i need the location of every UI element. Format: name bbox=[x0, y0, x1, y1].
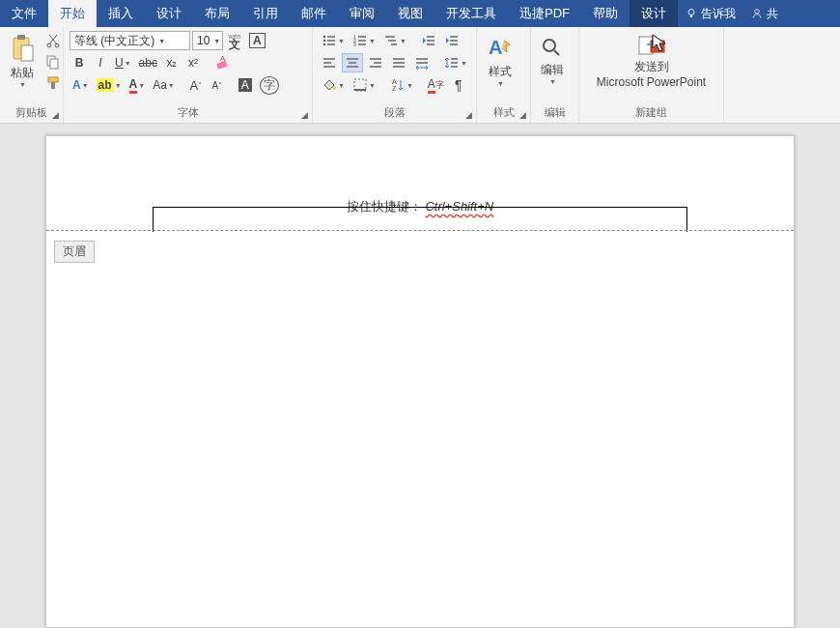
decrease-indent-button[interactable] bbox=[418, 31, 439, 50]
justify-button[interactable] bbox=[388, 53, 409, 72]
strikethrough-button[interactable]: abc bbox=[136, 53, 160, 72]
tab-references[interactable]: 引用 bbox=[241, 0, 290, 27]
editing-group-label: 编辑 bbox=[535, 103, 574, 123]
clipboard-dialog-launcher[interactable]: ◢ bbox=[49, 109, 61, 121]
font-size-value: 10 bbox=[197, 34, 210, 47]
editing-button[interactable]: 编辑 ▼ bbox=[535, 29, 570, 93]
font-dialog-launcher[interactable]: ◢ bbox=[298, 109, 310, 121]
increase-indent-button[interactable] bbox=[441, 31, 462, 50]
send-to-label: 发送到 bbox=[634, 59, 669, 75]
svg-rect-40 bbox=[347, 66, 358, 68]
font-family-value: 等线 (中文正文) bbox=[74, 33, 154, 49]
svg-rect-43 bbox=[370, 66, 381, 68]
tab-review[interactable]: 审阅 bbox=[338, 0, 386, 27]
tell-me-search[interactable]: 告诉我 bbox=[678, 0, 743, 27]
asian-layout-button[interactable]: A字 bbox=[425, 75, 447, 95]
grow-font-button[interactable]: A˄ bbox=[186, 75, 206, 95]
svg-rect-32 bbox=[450, 36, 458, 38]
document-page[interactable]: 按住快捷键： Ctrl+Shift+N 页眉 bbox=[45, 135, 795, 628]
tab-file[interactable]: 文件 bbox=[0, 0, 48, 27]
send-to-icon bbox=[637, 33, 666, 57]
chevron-down-icon[interactable]: ▼ bbox=[210, 38, 220, 44]
font-family-combo[interactable]: 等线 (中文正文)▼ bbox=[70, 31, 190, 50]
align-right-button[interactable] bbox=[365, 53, 386, 72]
distribute-button[interactable] bbox=[411, 53, 433, 72]
paste-button[interactable]: 粘贴 ▼ bbox=[4, 29, 41, 93]
format-painter-button[interactable] bbox=[42, 73, 64, 93]
svg-rect-45 bbox=[393, 62, 405, 64]
header-edit-box[interactable] bbox=[153, 207, 687, 232]
font-size-combo[interactable]: 10▼ bbox=[192, 31, 223, 50]
svg-rect-33 bbox=[450, 40, 458, 42]
svg-text:A: A bbox=[220, 55, 226, 63]
borders-icon bbox=[352, 77, 368, 93]
align-center-icon bbox=[345, 55, 360, 71]
svg-rect-19 bbox=[327, 43, 335, 45]
phonetic-guide-button[interactable]: wén文 bbox=[225, 31, 244, 50]
tab-insert[interactable]: 插入 bbox=[97, 0, 145, 27]
tab-help[interactable]: 帮助 bbox=[581, 0, 630, 27]
tab-pdf[interactable]: 迅捷PDF bbox=[508, 0, 581, 27]
subscript-button[interactable]: x₂ bbox=[162, 53, 182, 72]
align-center-button[interactable] bbox=[342, 53, 363, 72]
clear-formatting-button[interactable]: A bbox=[211, 53, 233, 72]
svg-rect-51 bbox=[451, 66, 458, 68]
svg-rect-25 bbox=[358, 43, 366, 45]
search-icon bbox=[541, 37, 564, 60]
enclose-char-button[interactable]: A bbox=[236, 75, 255, 95]
styles-dialog-launcher[interactable]: ◢ bbox=[517, 109, 528, 121]
chevron-down-icon: ▼ bbox=[497, 80, 504, 87]
paragraph-dialog-launcher[interactable]: ◢ bbox=[462, 109, 474, 121]
shading-button[interactable]: ▼ bbox=[319, 75, 348, 95]
tab-design[interactable]: 设计 bbox=[145, 0, 193, 27]
share-label: 共 bbox=[767, 6, 778, 22]
styles-btn-label: 样式 bbox=[489, 64, 512, 80]
change-case-button[interactable]: Aa▼ bbox=[150, 75, 178, 95]
styles-button[interactable]: A 样式 ▼ bbox=[481, 29, 519, 93]
svg-point-14 bbox=[323, 36, 325, 38]
justify-icon bbox=[391, 55, 406, 71]
svg-rect-21 bbox=[358, 36, 366, 38]
svg-text:A: A bbox=[392, 78, 397, 85]
svg-rect-48 bbox=[416, 62, 428, 64]
tab-view[interactable]: 视图 bbox=[386, 0, 434, 27]
superscript-button[interactable]: x² bbox=[183, 53, 203, 72]
strike-icon: abc bbox=[139, 56, 157, 70]
italic-button[interactable]: I bbox=[91, 53, 110, 72]
text-effects-button[interactable]: A▼ bbox=[70, 75, 92, 95]
group-font: 等线 (中文正文)▼ 10▼ wén文 A B I U▼ abc x₂ x² A… bbox=[64, 27, 313, 123]
tab-mail[interactable]: 邮件 bbox=[290, 0, 338, 27]
tab-layout[interactable]: 布局 bbox=[193, 0, 241, 27]
align-left-icon bbox=[322, 55, 337, 71]
copy-button[interactable] bbox=[42, 52, 64, 71]
chevron-down-icon[interactable]: ▼ bbox=[154, 38, 165, 44]
numbering-button[interactable]: 123▼ bbox=[350, 31, 378, 50]
font-color-button[interactable]: A▼ bbox=[126, 75, 149, 95]
outdent-icon bbox=[421, 33, 436, 48]
highlight-button[interactable]: ab▼ bbox=[94, 75, 125, 95]
svg-rect-27 bbox=[388, 40, 396, 42]
sort-button[interactable]: AZ▼ bbox=[387, 75, 416, 95]
ribbon: 粘贴 ▼ 剪贴板 ◢ 等线 (中文正文)▼ 10▼ wén文 A B I U▼ bbox=[0, 27, 840, 124]
multilevel-list-button[interactable]: ▼ bbox=[380, 31, 409, 50]
borders-button[interactable]: ▼ bbox=[350, 75, 378, 95]
send-to-powerpoint-button[interactable]: 发送到 Microsoft PowerPoint bbox=[583, 29, 719, 93]
bullets-button[interactable]: ▼ bbox=[319, 31, 348, 50]
bulb-icon bbox=[686, 8, 697, 19]
cut-button[interactable] bbox=[42, 31, 64, 50]
align-left-button[interactable] bbox=[319, 53, 340, 72]
line-spacing-button[interactable]: ▼ bbox=[441, 53, 470, 72]
svg-rect-38 bbox=[347, 58, 358, 60]
show-marks-button[interactable]: ¶ bbox=[449, 75, 468, 95]
tab-developer[interactable]: 开发工具 bbox=[434, 0, 508, 27]
character-border-button[interactable]: A bbox=[246, 31, 268, 50]
circle-char-button[interactable]: 字 bbox=[257, 75, 282, 95]
chevron-down-icon: ▼ bbox=[549, 78, 556, 85]
svg-rect-44 bbox=[393, 58, 405, 60]
share-button[interactable]: 共 bbox=[743, 0, 786, 27]
tab-context-design[interactable]: 设计 bbox=[630, 0, 678, 27]
shrink-font-button[interactable]: A˅ bbox=[208, 75, 227, 95]
bold-button[interactable]: B bbox=[70, 53, 89, 72]
underline-button[interactable]: U▼ bbox=[112, 53, 134, 72]
tab-home[interactable]: 开始 bbox=[48, 0, 97, 27]
